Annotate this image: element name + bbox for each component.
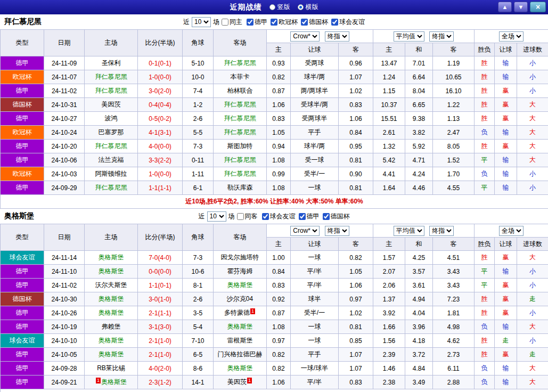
same-venue-checkbox[interactable]	[222, 19, 228, 26]
team-link[interactable]: 奥格斯堡	[99, 337, 124, 344]
team-link[interactable]: 法兰克福	[99, 156, 124, 164]
team-link[interactable]: 本菲卡	[231, 73, 250, 80]
league-checkbox[interactable]	[299, 213, 306, 220]
team-link[interactable]: 拜仁慕尼黑	[224, 170, 256, 177]
team-link[interactable]: 拜仁慕尼黑	[224, 128, 256, 136]
away-team-cell[interactable]: 雷根斯堡	[214, 334, 267, 348]
away-team-cell[interactable]: 美因茨1	[214, 375, 267, 389]
away-team-cell[interactable]: 本菲卡	[214, 70, 267, 84]
league-filter-德甲[interactable]: 德甲	[299, 212, 320, 221]
league-filter-欧冠杯[interactable]: 欧冠杯	[271, 18, 298, 27]
home-team-cell[interactable]: 弗赖堡	[85, 320, 138, 334]
team-link[interactable]: 阿斯顿维拉	[95, 170, 127, 177]
team-link[interactable]: 拜仁慕尼黑	[224, 101, 256, 108]
team-link[interactable]: 霍芬海姆	[227, 267, 253, 275]
avg-company-select[interactable]: 平均值	[394, 31, 424, 42]
team-link[interactable]: 拜仁慕尼黑	[224, 156, 256, 164]
team-link[interactable]: 拜仁慕尼黑	[95, 142, 127, 150]
away-team-cell[interactable]: 门兴格拉德巴赫	[214, 348, 267, 362]
home-team-cell[interactable]: 美因茨	[85, 98, 138, 112]
team-link[interactable]: 拜仁慕尼黑	[224, 115, 256, 122]
team-link[interactable]: 勒沃库森	[227, 184, 253, 191]
home-team-cell[interactable]: 阿斯顿维拉	[85, 167, 138, 181]
team-link[interactable]: 斯图加特	[227, 142, 253, 150]
team-link[interactable]: 波鸿	[105, 115, 118, 122]
team-link[interactable]: 美因茨	[227, 378, 247, 386]
team-link[interactable]: 因戈尔施塔特	[221, 254, 259, 261]
league-checkbox[interactable]	[331, 19, 338, 26]
home-team-cell[interactable]: 巴塞罗那	[85, 126, 138, 140]
same-venue-checkbox[interactable]	[237, 213, 244, 220]
team-link[interactable]: 奥格斯堡	[227, 281, 253, 289]
avg-time-select[interactable]: 终指	[429, 31, 454, 42]
team-link[interactable]: 奥格斯堡	[99, 309, 124, 316]
away-team-cell[interactable]: 霍芬海姆	[214, 265, 267, 279]
home-team-cell[interactable]: 拜仁慕尼黑	[85, 140, 138, 153]
away-team-cell[interactable]: 斯图加特	[214, 140, 267, 153]
home-team-cell[interactable]: 沃尔夫斯堡	[85, 279, 138, 292]
home-team-cell[interactable]: 奥格斯堡	[85, 251, 138, 265]
away-team-cell[interactable]: 拜仁慕尼黑	[214, 112, 267, 126]
team-link[interactable]: 奥格斯堡	[99, 254, 124, 261]
home-team-cell[interactable]: 奥格斯堡	[85, 334, 138, 348]
league-checkbox[interactable]	[323, 213, 330, 220]
odds-company-select[interactable]: Crow*	[290, 31, 320, 42]
team-link[interactable]: 美因茨	[102, 101, 121, 108]
league-filter-德国杯[interactable]: 德国杯	[301, 18, 328, 27]
team-link[interactable]: 拜仁慕尼黑	[224, 59, 256, 67]
team-link[interactable]: 奥格斯堡	[99, 267, 124, 275]
away-team-cell[interactable]: 奥格斯堡	[214, 320, 267, 334]
league-filter-德甲[interactable]: 德甲	[247, 18, 267, 27]
league-checkbox[interactable]	[271, 19, 277, 26]
odds-time-select[interactable]: 终指	[325, 31, 349, 42]
team-link[interactable]: 雷根斯堡	[227, 337, 253, 344]
away-team-cell[interactable]: 奥格斯堡	[214, 279, 267, 292]
league-checkbox[interactable]	[301, 19, 308, 26]
home-team-cell[interactable]: 奥格斯堡	[85, 265, 138, 279]
league-filter-球会友谊[interactable]: 球会友谊	[331, 18, 365, 27]
away-team-cell[interactable]: 因戈尔施塔特	[214, 251, 267, 265]
layout-option-vertical[interactable]: 竖版	[269, 3, 290, 12]
home-team-cell[interactable]: 1奥格斯堡	[85, 375, 138, 389]
team-link[interactable]: 奥格斯堡	[227, 323, 253, 330]
recent-count-select[interactable]: 10	[192, 17, 211, 27]
away-team-cell[interactable]: 勒沃库森	[214, 181, 267, 195]
team-link[interactable]: 拜仁慕尼黑	[95, 184, 127, 191]
team-link[interactable]: 奥格斯堡	[99, 295, 124, 303]
home-team-cell[interactable]: 奥格斯堡	[85, 306, 138, 320]
odds-company-select[interactable]: Crow*	[290, 226, 320, 236]
home-team-cell[interactable]: RB莱比锡	[85, 362, 138, 375]
team-link[interactable]: 巴塞罗那	[99, 128, 124, 136]
home-team-cell[interactable]: 波鸿	[85, 112, 138, 126]
same-venue-filter[interactable]: 同客	[237, 212, 258, 221]
odds-time-select[interactable]: 终指	[325, 226, 349, 236]
team-link[interactable]: 拜仁慕尼黑	[95, 73, 127, 80]
home-team-cell[interactable]: 奥格斯堡	[85, 348, 138, 362]
close-button[interactable]: ×	[530, 2, 546, 12]
away-team-cell[interactable]: 拜仁慕尼黑	[214, 153, 267, 167]
scroll-down-button[interactable]: ▼	[514, 2, 528, 12]
team-link[interactable]: 柏林联合	[227, 87, 253, 94]
away-team-cell[interactable]: 拜仁慕尼黑	[214, 126, 267, 140]
away-team-cell[interactable]: 柏林联合	[214, 84, 267, 98]
team-link[interactable]: 圣保利	[102, 59, 121, 67]
scroll-up-button[interactable]: ▲	[498, 2, 512, 12]
league-checkbox[interactable]	[247, 19, 253, 26]
league-checkbox[interactable]	[262, 213, 269, 220]
scope-select[interactable]: 全场	[499, 226, 524, 236]
home-team-cell[interactable]: 拜仁慕尼黑	[85, 70, 138, 84]
team-link[interactable]: 多特蒙德	[224, 309, 250, 316]
home-team-cell[interactable]: 圣保利	[85, 56, 138, 70]
recent-count-select[interactable]: 10	[207, 211, 226, 222]
avg-company-select[interactable]: 平均值	[394, 226, 424, 236]
away-team-cell[interactable]: 奥格斯堡	[214, 362, 267, 375]
league-filter-德国杯[interactable]: 德国杯	[323, 212, 350, 221]
away-team-cell[interactable]: 拜仁慕尼黑	[214, 56, 267, 70]
same-venue-filter[interactable]: 同主	[222, 18, 242, 27]
team-link[interactable]: 门兴格拉德巴赫	[218, 350, 263, 358]
team-link[interactable]: 沃尔夫斯堡	[95, 281, 127, 289]
team-link[interactable]: 拜仁慕尼黑	[95, 87, 127, 94]
home-team-cell[interactable]: 奥格斯堡	[85, 292, 138, 306]
avg-time-select[interactable]: 终指	[429, 226, 454, 236]
layout-option-horizontal[interactable]: 横版	[298, 3, 318, 12]
